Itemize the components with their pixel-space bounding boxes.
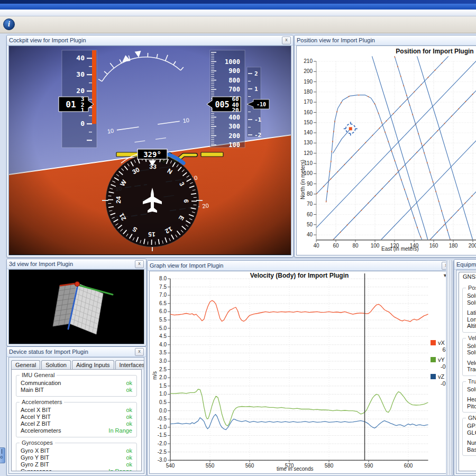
velocity-chart-title: Velocity (Body) for Import Plugin xyxy=(170,272,428,279)
tab-solution[interactable]: Solution xyxy=(41,360,71,370)
toolbar: i xyxy=(0,16,476,33)
status-row: Main BITok xyxy=(21,387,132,393)
svg-text:2: 2 xyxy=(254,70,258,77)
status-value: In Range xyxy=(108,468,132,471)
equipment-field-label: Velocity xyxy=(467,360,476,367)
equipment-field-label: Heading xyxy=(467,396,476,403)
cockpit-panel-title: Cockpit view for Import Plugin xyxy=(9,37,282,43)
equipment-field-label: Num Sv xyxy=(467,440,476,446)
legend-swatch xyxy=(431,357,436,362)
status-group-name: Gyroscopes xyxy=(20,440,55,446)
svg-text:80: 80 xyxy=(307,191,313,197)
spacer xyxy=(467,436,476,440)
svg-text:24: 24 xyxy=(115,196,122,204)
close-icon[interactable]: x xyxy=(135,348,144,356)
svg-text:-1.0: -1.0 xyxy=(158,424,167,430)
svg-text:-2.5: -2.5 xyxy=(158,449,167,455)
position-ylabel: North (in meters) xyxy=(300,160,306,199)
equipment-panel-titlebar[interactable]: Equipment xyxy=(454,260,476,270)
svg-text:100: 100 xyxy=(228,141,240,149)
spacer xyxy=(467,306,476,309)
svg-text:0: 0 xyxy=(80,120,85,127)
status-value: ok xyxy=(126,380,132,387)
svg-text:300: 300 xyxy=(228,123,240,130)
velocity-chart[interactable]: 8.07.57.06.56.05.55.04.54.03.53.02.52.01… xyxy=(150,271,451,474)
status-row: Gyro Y BITok xyxy=(21,454,132,461)
tab-gnss1[interactable]: GNSS 1 xyxy=(459,272,476,282)
svg-text:590: 590 xyxy=(364,463,373,469)
status-label: Accel X BIT xyxy=(21,407,51,414)
position-chart[interactable]: 2102001901801701601501401301201101009080… xyxy=(297,46,476,255)
svg-text:550: 550 xyxy=(206,463,215,469)
tab-aiding-inputs[interactable]: Aiding Inputs xyxy=(72,360,114,370)
info-button[interactable]: i xyxy=(3,18,15,31)
svg-text:-0.5: -0.5 xyxy=(158,416,167,422)
3d-panel-titlebar[interactable]: 3d view for Import Plugin x xyxy=(7,259,146,269)
svg-text:50: 50 xyxy=(307,222,313,227)
timeline-tick xyxy=(2,449,2,454)
svg-text:200: 200 xyxy=(228,132,240,140)
position-panel-titlebar[interactable]: Position view for Import Plugin xyxy=(295,35,476,45)
status-label: Accel Z BIT xyxy=(21,420,51,427)
status-label: Gyro X BIT xyxy=(21,447,49,454)
legend-label: vY xyxy=(438,356,445,363)
equipment-group-name: True heading xyxy=(466,378,476,385)
equipment-field-label: Solution xyxy=(467,299,476,306)
equipment-field-label: Solution xyxy=(467,386,476,393)
timeline-fragment[interactable]: 60 xyxy=(0,447,5,463)
status-group: IMU GeneralCommunicationokMain BITok xyxy=(16,375,137,397)
svg-text:40: 40 xyxy=(313,243,319,249)
airspeed-tape: 403020100013210 xyxy=(59,50,97,148)
status-value: ok xyxy=(126,387,132,393)
svg-text:40: 40 xyxy=(76,54,85,62)
tab-general[interactable]: General xyxy=(11,360,40,370)
attitude-indicator: 101010102020 403020100013210 10009008007… xyxy=(9,46,291,254)
device-tab-content: IMU GeneralCommunicationokMain BITokAcce… xyxy=(11,369,142,471)
status-row: Accel X BITok xyxy=(21,407,132,414)
vertical-splitter[interactable] xyxy=(446,260,453,475)
svg-text:160: 160 xyxy=(429,243,438,249)
svg-text:329°: 329° xyxy=(143,150,161,159)
svg-text:800: 800 xyxy=(228,77,240,84)
close-icon[interactable]: x xyxy=(135,260,144,268)
svg-text:100: 100 xyxy=(371,243,380,249)
close-icon[interactable]: x xyxy=(282,36,291,44)
status-row: Gyro X BITok xyxy=(21,447,132,454)
cockpit-view-panel: Cockpit view for Import Plugin x xyxy=(6,35,294,258)
svg-text:40: 40 xyxy=(307,232,313,237)
svg-text:-2: -2 xyxy=(254,132,261,139)
cockpit-panel-titlebar[interactable]: Cockpit view for Import Plugin x xyxy=(7,35,293,45)
svg-text:200: 200 xyxy=(304,68,313,74)
status-row: Accel Z BITok xyxy=(21,420,132,427)
equipment-group: GNSS infoGPSGLONASSNum SvBase Station xyxy=(462,418,476,456)
status-label: Main BIT xyxy=(21,387,44,393)
graph-panel-title: Graph view for Import Plugin xyxy=(150,262,442,269)
status-row: Communicationok xyxy=(21,380,132,387)
status-label: Gyroscopes xyxy=(21,468,52,471)
status-label: Gyro Y BIT xyxy=(21,454,49,461)
velocity-ylabel: m/s xyxy=(152,371,158,380)
info-icon: i xyxy=(3,19,15,30)
legend-label: vX xyxy=(438,340,445,346)
equipment-tab-content: PositionSolutionSolutionLatitudeLongitud… xyxy=(459,282,476,471)
svg-text:30: 30 xyxy=(76,70,85,78)
svg-text:560: 560 xyxy=(245,463,254,469)
status-row: GyroscopesIn Range xyxy=(21,468,132,471)
svg-text:700: 700 xyxy=(228,86,240,93)
status-value: ok xyxy=(126,407,132,414)
status-value: ok xyxy=(126,454,132,461)
status-group: AccelerometersAccel X BITokAccel Y BITok… xyxy=(16,402,137,437)
equipment-group-name: Velocity xyxy=(466,335,476,341)
svg-text:1: 1 xyxy=(254,86,258,93)
svg-text:180: 180 xyxy=(449,243,458,249)
spacer xyxy=(467,392,476,396)
timeline-label: 60 xyxy=(0,455,3,460)
window-top-bar xyxy=(0,0,476,4)
svg-text:6.5: 6.5 xyxy=(159,300,167,306)
tab-interfaces[interactable]: Interfaces xyxy=(115,360,144,370)
graph-panel-titlebar[interactable]: Graph view for Import Plugin x xyxy=(148,261,453,271)
3d-cube-view[interactable] xyxy=(9,270,144,343)
device-panel-titlebar[interactable]: Device status for Import Plugin x xyxy=(7,347,146,357)
status-value: ok xyxy=(126,414,132,420)
svg-text:80: 80 xyxy=(352,243,359,249)
